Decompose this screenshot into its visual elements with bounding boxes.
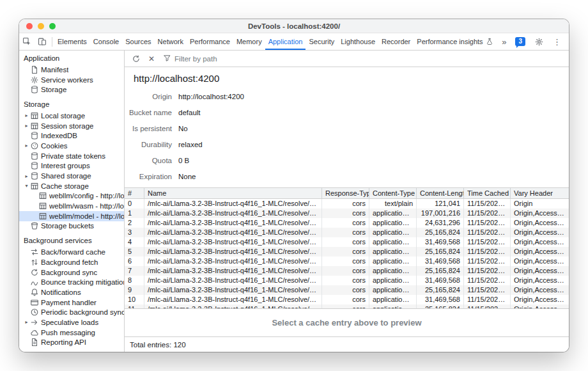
card-icon: [30, 298, 41, 307]
bounce-icon: [30, 278, 41, 287]
sidebar-item-speculative-loads[interactable]: ▸Speculative loads: [19, 317, 124, 328]
sidebar-item-storage-buckets[interactable]: Storage buckets: [19, 221, 124, 232]
tab-label: Application: [268, 38, 303, 45]
sidebar-item-webllm-wasm-http-loca[interactable]: webllm/wasm - http://loca…: [19, 201, 124, 211]
device-toolbar-button[interactable]: [35, 33, 50, 50]
sidebar-item-label: Private state tokens: [41, 152, 105, 160]
sidebar-item-interest-groups[interactable]: Interest groups: [19, 161, 124, 171]
cell-content-type: application/oc…: [369, 209, 416, 218]
sidebar-item-periodic-background-sync[interactable]: Periodic background sync: [19, 307, 124, 317]
sidebar-item-manifest[interactable]: Manifest: [19, 65, 124, 75]
tab-network[interactable]: Network: [155, 33, 187, 50]
column-header-name[interactable]: Name: [144, 188, 321, 198]
kebab-menu-icon: ⋮: [553, 37, 561, 47]
sidebar-item-webllm-model-http-loc[interactable]: webllm/model - http://loc…: [19, 211, 124, 221]
database-icon: [30, 131, 41, 140]
column-header-content-type[interactable]: Content-Type: [369, 188, 416, 198]
sidebar-item-label: Storage: [41, 86, 66, 93]
table-row[interactable]: 5/mlc-ai/Llama-3.2-3B-Instruct-q4f16_1-M…: [125, 247, 569, 257]
manifest-icon: [30, 65, 41, 74]
tab-sources[interactable]: Sources: [122, 33, 154, 50]
inspect-element-button[interactable]: [19, 33, 35, 50]
cell-response-type: cors: [321, 257, 369, 266]
table-row[interactable]: 2/mlc-ai/Llama-3.2-3B-Instruct-q4f16_1-M…: [125, 218, 569, 228]
kebab-menu-button[interactable]: ⋮: [550, 37, 564, 47]
table-body: 0/mlc-ai/Llama-3.2-3B-Instruct-q4f16_1-M…: [125, 199, 569, 308]
preview-panel: Select a cache entry above to preview: [125, 308, 569, 336]
sidebar-item-background-fetch[interactable]: Background fetch: [19, 257, 124, 267]
collapse-arrow-icon[interactable]: ▾: [23, 183, 30, 189]
more-tabs-button[interactable]: »: [499, 37, 509, 47]
table-row[interactable]: 4/mlc-ai/Llama-3.2-3B-Instruct-q4f16_1-M…: [125, 237, 569, 247]
titlebar[interactable]: DevTools - localhost:4200/: [19, 19, 569, 33]
tab-performance-insights[interactable]: Performance insights: [414, 33, 496, 50]
table-row[interactable]: 0/mlc-ai/Llama-3.2-3B-Instruct-q4f16_1-M…: [125, 199, 569, 209]
sidebar-item-cookies[interactable]: ▸Cookies: [19, 141, 124, 151]
table-row[interactable]: 1/mlc-ai/Llama-3.2-3B-Instruct-q4f16_1-M…: [125, 209, 569, 218]
sidebar-item-cache-storage[interactable]: ▾Cache storage: [19, 181, 124, 191]
table-row[interactable]: 6/mlc-ai/Llama-3.2-3B-Instruct-q4f16_1-M…: [125, 257, 569, 266]
devtools-tabs: ElementsConsoleSourcesNetworkPerformance…: [54, 33, 499, 50]
sidebar-item-reporting-api[interactable]: Reporting API: [19, 338, 124, 348]
cell-vary-header: Origin,Access…: [510, 228, 569, 237]
cell-vary-header: Origin,Access…: [510, 257, 569, 266]
tab-label: Performance insights: [417, 38, 483, 45]
sidebar-item-bounce-tracking-mitigations[interactable]: Bounce tracking mitigations: [19, 277, 124, 287]
column-header-time-cached[interactable]: Time Cached: [463, 188, 510, 198]
sidebar-item-private-state-tokens[interactable]: Private state tokens: [19, 151, 124, 161]
expand-arrow-icon[interactable]: ▸: [23, 143, 30, 148]
table-row[interactable]: 9/mlc-ai/Llama-3.2-3B-Instruct-q4f16_1-M…: [125, 285, 569, 295]
sidebar-item-background-sync[interactable]: Background sync: [19, 267, 124, 278]
database-icon: [30, 85, 41, 94]
sidebar-item-webllm-config-http-loc[interactable]: webllm/config - http://loc…: [19, 191, 124, 201]
table-row[interactable]: 10/mlc-ai/Llama-3.2-3B-Instruct-q4f16_1-…: [125, 295, 569, 304]
column-header-content-length[interactable]: Content-Length: [416, 188, 463, 198]
cookie-icon: [30, 141, 41, 150]
tab-memory[interactable]: Memory: [233, 33, 265, 50]
cell-response-type: cors: [321, 218, 369, 228]
sidebar-item-indexeddb[interactable]: IndexedDB: [19, 130, 124, 141]
clock-icon: [30, 308, 41, 317]
tab-security[interactable]: Security: [306, 33, 337, 50]
delete-selected-button[interactable]: ✕: [145, 54, 158, 63]
meta-value-is-persistent: No: [178, 121, 569, 137]
sidebar-item-notifications[interactable]: Notifications: [19, 287, 124, 297]
cell-time-cached: 11/15/2024, 10…: [463, 218, 510, 228]
cell-content-type: text/plain: [369, 199, 416, 209]
expand-arrow-icon[interactable]: ▸: [23, 123, 30, 129]
table-row[interactable]: 3/mlc-ai/Llama-3.2-3B-Instruct-q4f16_1-M…: [125, 228, 569, 237]
console-messages-button[interactable]: 3: [512, 37, 529, 46]
expand-arrow-icon[interactable]: ▸: [23, 319, 30, 325]
tab-console[interactable]: Console: [90, 33, 122, 50]
tab-lighthouse[interactable]: Lighthouse: [337, 33, 378, 50]
filter-input[interactable]: [174, 55, 277, 63]
sidebar-item-label: Background sync: [41, 269, 97, 276]
column-header-num[interactable]: #: [125, 188, 144, 198]
sidebar-item-label: Cache storage: [41, 182, 89, 190]
sidebar-item-shared-storage[interactable]: ▸Shared storage: [19, 171, 124, 181]
sidebar-item-back-forward-cache[interactable]: Back/forward cache: [19, 247, 124, 257]
cell-vary-header: Origin,Access…: [510, 285, 569, 295]
tab-label: Security: [309, 38, 334, 45]
sidebar-item-service-workers[interactable]: Service workers: [19, 75, 124, 85]
tab-application[interactable]: Application: [265, 33, 306, 50]
sidebar-item-session-storage[interactable]: ▸Session storage: [19, 121, 124, 131]
table-row[interactable]: 7/mlc-ai/Llama-3.2-3B-Instruct-q4f16_1-M…: [125, 266, 569, 276]
sidebar-item-push-messaging[interactable]: Push messaging: [19, 328, 124, 338]
column-header-vary-header[interactable]: Vary Header: [510, 188, 569, 198]
refresh-button[interactable]: [128, 54, 144, 63]
cell-time-cached: 11/15/2024, 10…: [463, 209, 510, 218]
total-entries-label: Total entries: 120: [130, 341, 186, 349]
tab-recorder[interactable]: Recorder: [378, 33, 414, 50]
tab-performance[interactable]: Performance: [187, 33, 233, 50]
cloud-icon: [30, 328, 41, 337]
column-header-response-type[interactable]: Response-Type: [321, 188, 369, 198]
sidebar-item-storage[interactable]: Storage: [19, 84, 124, 95]
expand-arrow-icon[interactable]: ▸: [23, 173, 30, 179]
sidebar-item-payment-handler[interactable]: Payment handler: [19, 297, 124, 308]
expand-arrow-icon[interactable]: ▸: [23, 113, 30, 118]
tab-elements[interactable]: Elements: [54, 33, 90, 50]
settings-button[interactable]: [531, 37, 547, 47]
sidebar-item-local-storage[interactable]: ▸Local storage: [19, 111, 124, 121]
table-row[interactable]: 8/mlc-ai/Llama-3.2-3B-Instruct-q4f16_1-M…: [125, 276, 569, 285]
